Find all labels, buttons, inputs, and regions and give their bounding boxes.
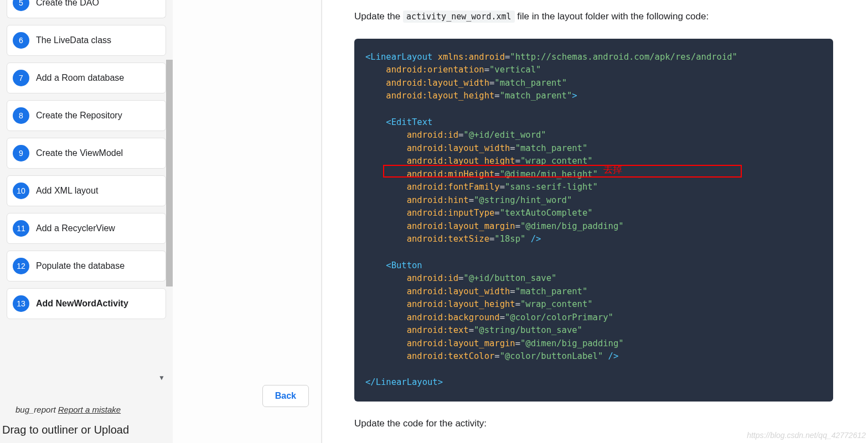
step-9[interactable]: 9 Create the ViewModel (7, 138, 166, 169)
chevron-down-icon[interactable]: ▼ (158, 374, 165, 382)
step-5[interactable]: 5 Create the DAO (7, 0, 166, 18)
intro-post: file in the layout folder with the follo… (517, 11, 709, 22)
intro-text: Update the activity_new_word.xml file in… (354, 10, 852, 23)
annotation-text: 去掉 (603, 163, 622, 176)
step-13[interactable]: 13 Add NewWordActivity (7, 288, 166, 319)
step-6[interactable]: 6 The LiveData class (7, 25, 166, 56)
step-label: The LiveData class (36, 35, 111, 45)
step-label: Add a Room database (36, 73, 124, 83)
intro-pre: Update the (354, 11, 403, 22)
step-number: 5 (13, 0, 29, 11)
report-mistake: bug_report Report a mistake (16, 405, 121, 414)
step-label: Create the ViewModel (36, 148, 123, 158)
step-8[interactable]: 8 Create the Repository (7, 100, 166, 131)
filename-inline: activity_new_word.xml (403, 11, 515, 23)
bug-report-prefix: bug_report (16, 405, 56, 414)
mid-gap: Back (173, 0, 321, 443)
step-label: Add NewWordActivity (36, 299, 128, 309)
step-10[interactable]: 10 Add XML layout (7, 175, 166, 206)
outro-text: Update the code for the activity: (354, 418, 852, 429)
step-number: 9 (13, 145, 29, 161)
main-content: Update the activity_new_word.xml file in… (354, 0, 852, 429)
scrollbar-thumb[interactable] (166, 60, 173, 286)
step-number: 12 (13, 258, 29, 274)
step-label: Create the DAO (36, 0, 99, 8)
step-number: 7 (13, 70, 29, 86)
step-12[interactable]: 12 Populate the database (7, 251, 166, 282)
back-button[interactable]: Back (262, 385, 309, 407)
vertical-divider (321, 0, 322, 443)
step-number: 10 (13, 183, 29, 199)
step-label: Add XML layout (36, 186, 98, 196)
step-7[interactable]: 7 Add a Room database (7, 62, 166, 93)
watermark: https://blog.csdn.net/qq_42772612 (747, 431, 866, 440)
step-number: 8 (13, 107, 29, 124)
step-label: Create the Repository (36, 111, 122, 121)
report-mistake-link[interactable]: Report a mistake (58, 405, 121, 414)
sidebar: 5 Create the DAO 6 The LiveData class 7 … (0, 0, 173, 443)
step-label: Add a RecyclerView (36, 223, 115, 233)
step-number: 13 (13, 295, 29, 312)
step-label: Populate the database (36, 261, 125, 271)
step-number: 11 (13, 220, 29, 237)
step-number: 6 (13, 32, 29, 49)
code-block: <LinearLayout xmlns:android="http://sche… (354, 39, 833, 402)
drag-upload-text: Drag to outliner or Upload (2, 424, 129, 436)
step-11[interactable]: 11 Add a RecyclerView (7, 213, 166, 244)
